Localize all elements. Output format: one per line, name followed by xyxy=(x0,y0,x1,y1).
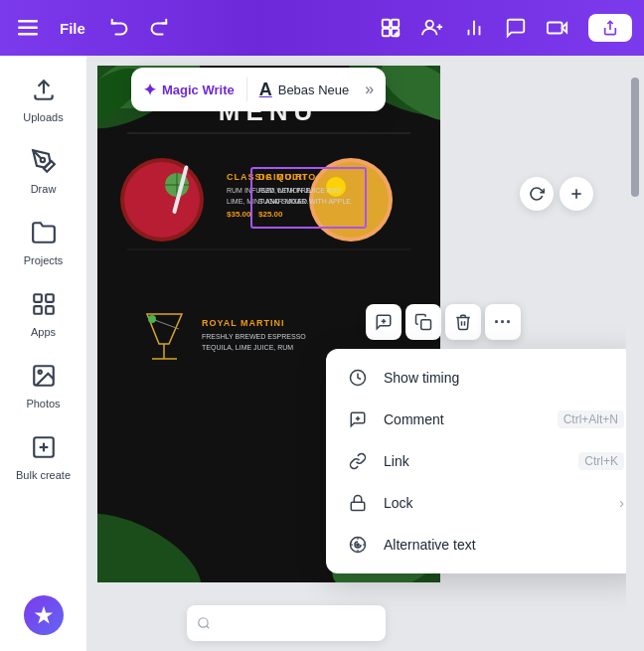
link-label: Link xyxy=(384,453,564,469)
undo-button[interactable] xyxy=(109,17,131,39)
comment-label: Comment xyxy=(384,411,544,427)
svg-rect-19 xyxy=(34,294,42,302)
canvas-area[interactable]: MENU CLASSIC MOJITO RUM INFUSED WITH FRE… xyxy=(87,56,626,651)
draw-label: Draw xyxy=(31,183,57,195)
uploads-label: Uploads xyxy=(23,111,63,123)
add-element-button[interactable] xyxy=(560,177,593,211)
lock-icon xyxy=(346,494,370,512)
context-menu: Show timing Comment Ctrl+Alt+N xyxy=(326,349,626,573)
svg-point-24 xyxy=(38,371,41,374)
context-menu-alt-text[interactable]: Alternative text xyxy=(326,524,626,566)
delete-button[interactable] xyxy=(445,304,481,340)
svg-rect-20 xyxy=(46,294,54,302)
sidebar-item-uploads[interactable]: Uploads xyxy=(4,64,83,131)
present-button[interactable] xyxy=(547,17,568,39)
svg-rect-22 xyxy=(46,306,54,314)
magic-icon xyxy=(24,595,64,635)
bulk-create-label: Bulk create xyxy=(16,469,71,481)
svg-point-18 xyxy=(40,158,44,162)
apps-icon xyxy=(26,286,62,322)
add-comment-button[interactable] xyxy=(366,304,402,340)
photos-label: Photos xyxy=(26,398,60,409)
font-toolbar: ✦ Magic Write A Bebas Neue » xyxy=(131,68,386,111)
lock-arrow: › xyxy=(619,495,624,511)
svg-rect-5 xyxy=(383,29,390,36)
scrollbar-thumb[interactable] xyxy=(631,78,639,197)
svg-line-78 xyxy=(207,626,210,629)
projects-label: Projects xyxy=(24,254,64,266)
sidebar-item-magic[interactable] xyxy=(4,587,83,643)
canvas-floating-actions: ··· xyxy=(366,304,521,340)
copy-button[interactable] xyxy=(405,304,441,340)
svg-rect-15 xyxy=(548,23,563,34)
add-page-button[interactable] xyxy=(380,17,402,39)
toolbar-actions xyxy=(380,14,632,42)
svg-text:FRESHLY BREWED ESPRESSO: FRESHLY BREWED ESPRESSO xyxy=(202,333,306,340)
svg-rect-3 xyxy=(383,20,390,27)
menu-icon[interactable] xyxy=(12,12,44,44)
context-menu-link[interactable]: Link Ctrl+K xyxy=(326,440,626,482)
svg-rect-1 xyxy=(18,27,38,30)
svg-text:DAIQUIRI: DAIQUIRI xyxy=(258,172,307,182)
svg-rect-21 xyxy=(34,306,42,314)
svg-rect-4 xyxy=(392,20,399,27)
uploads-icon xyxy=(26,72,62,107)
menu-top-actions xyxy=(520,177,593,211)
svg-rect-74 xyxy=(351,502,365,510)
scrollbar[interactable] xyxy=(626,56,644,651)
sidebar-item-bulk-create[interactable]: Bulk create xyxy=(4,421,83,489)
bulk-create-icon xyxy=(26,429,62,465)
magic-write-label: Magic Write xyxy=(162,82,235,97)
share-button[interactable] xyxy=(588,14,632,42)
font-toolbar-divider xyxy=(246,78,247,101)
left-sidebar: Uploads Draw Projects xyxy=(0,56,87,651)
font-letter: A xyxy=(259,80,272,100)
sidebar-item-photos[interactable]: Photos xyxy=(4,350,83,417)
context-menu-comment[interactable]: Comment Ctrl+Alt+N xyxy=(326,399,626,440)
svg-text:$35.00: $35.00 xyxy=(227,210,251,219)
sidebar-item-apps[interactable]: Apps xyxy=(4,278,83,346)
timing-label: Show timing xyxy=(384,370,624,386)
font-expand-button[interactable]: » xyxy=(365,81,374,98)
timing-icon xyxy=(346,369,370,387)
top-toolbar: File xyxy=(0,0,644,56)
font-name: Bebas Neue xyxy=(278,82,350,97)
svg-text:ROYAL MARTINI: ROYAL MARTINI xyxy=(202,318,285,328)
svg-text:SUGAR MIXED WITH APPLE.: SUGAR MIXED WITH APPLE. xyxy=(258,198,353,205)
magic-write-button[interactable]: ✦ Magic Write xyxy=(143,81,235,99)
svg-point-77 xyxy=(199,618,208,627)
svg-point-76 xyxy=(357,544,359,546)
link-icon xyxy=(346,452,370,470)
magic-write-icon: ✦ xyxy=(143,81,156,99)
refresh-button[interactable] xyxy=(520,177,554,211)
analytics-button[interactable] xyxy=(463,17,485,39)
font-name-area[interactable]: A Bebas Neue xyxy=(259,80,350,100)
context-menu-lock[interactable]: Lock › xyxy=(326,482,626,524)
svg-point-37 xyxy=(124,162,200,238)
file-title[interactable]: File xyxy=(60,20,85,37)
svg-text:RUM, LEMON JUICE AND: RUM, LEMON JUICE AND xyxy=(258,187,341,194)
projects-icon xyxy=(26,215,62,250)
comment-icon xyxy=(346,410,370,428)
svg-point-59 xyxy=(148,315,156,323)
comment-shortcut: Ctrl+Alt+N xyxy=(558,410,624,428)
svg-text:$25.00: $25.00 xyxy=(258,210,283,219)
lock-label: Lock xyxy=(384,495,605,511)
redo-button[interactable] xyxy=(147,17,169,39)
sidebar-item-draw[interactable]: Draw xyxy=(4,135,83,203)
more-options-button[interactable]: ··· xyxy=(485,304,521,340)
link-shortcut: Ctrl+K xyxy=(578,452,624,470)
alt-text-label: Alternative text xyxy=(384,537,624,553)
photos-icon xyxy=(26,358,62,394)
draw-icon xyxy=(26,143,62,179)
svg-rect-2 xyxy=(18,33,38,36)
svg-text:TEQUILA, LIME JUICE, RUM: TEQUILA, LIME JUICE, RUM xyxy=(202,344,293,352)
sidebar-item-projects[interactable]: Projects xyxy=(4,207,83,274)
add-user-button[interactable] xyxy=(421,17,443,39)
context-menu-timing[interactable]: Show timing xyxy=(326,357,626,399)
apps-label: Apps xyxy=(31,326,56,338)
comments-button[interactable] xyxy=(505,17,527,39)
svg-point-9 xyxy=(426,21,433,28)
svg-rect-0 xyxy=(18,20,38,23)
bottom-input[interactable] xyxy=(187,605,386,641)
